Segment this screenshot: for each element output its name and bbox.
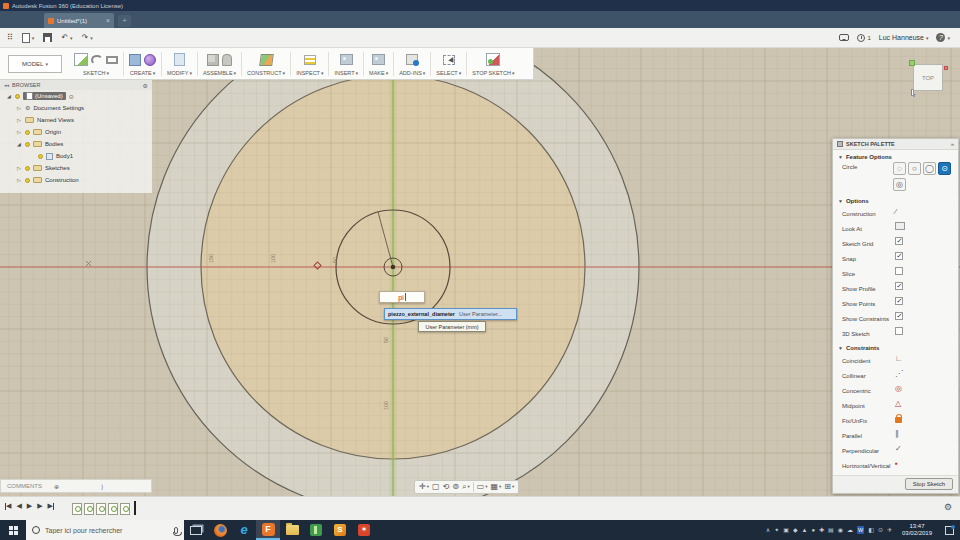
press-pull-icon[interactable] (174, 53, 185, 66)
new-component-icon[interactable] (207, 54, 219, 66)
step-forward-button[interactable]: ▶ (37, 502, 42, 510)
taskbar-app-fusion360-active[interactable]: F (256, 520, 280, 540)
section-expander-icon[interactable]: ▼ (838, 345, 843, 351)
snap-checkbox[interactable] (895, 252, 903, 260)
data-panel-grid-icon[interactable]: ⠿ (7, 33, 13, 43)
constraint-perpendicular[interactable]: Perpendicular✓ (833, 443, 958, 458)
expander-icon[interactable]: ▷ (16, 129, 22, 135)
origin-point[interactable] (391, 265, 396, 270)
construction-plane-icon[interactable] (259, 54, 274, 66)
expand-icon[interactable]: » (951, 141, 954, 147)
comments-icon[interactable] (839, 34, 849, 41)
ribbon-group-stop-sketch[interactable]: STOP SKETCH▾ (467, 49, 519, 79)
look-at-button[interactable]: ⊚ (452, 481, 459, 493)
undo-button[interactable]: ↶▾ (61, 33, 72, 43)
go-to-start-button[interactable]: ◀ (5, 502, 11, 510)
viewports-button[interactable]: ⊞▾ (504, 481, 514, 493)
expander-icon[interactable]: ▷ (16, 117, 22, 123)
orbit-button[interactable]: ⟲ (443, 481, 450, 493)
constraint-collinear[interactable]: Collinear⋰ (833, 368, 958, 383)
show-profile-checkbox[interactable] (895, 282, 903, 290)
visibility-bulb-icon[interactable] (15, 94, 20, 99)
taskbar-search-box[interactable]: Taper ici pour rechercher (26, 520, 184, 540)
comments-bar[interactable]: COMMENTS ⊕ ⟩ (0, 479, 152, 493)
word-tray-icon[interactable]: W (857, 526, 864, 534)
browser-row-named-views[interactable]: ▷ Named Views (0, 114, 152, 126)
taskbar-clock[interactable]: 13:47 03/02/2019 (896, 520, 938, 540)
section-options[interactable]: ▼Options (833, 194, 958, 206)
user-account-menu[interactable]: Luc Hanneuse▾ (879, 34, 929, 41)
constraint-coincident[interactable]: Coincident∟ (833, 353, 958, 368)
constraint-parallel[interactable]: Parallel∥ (833, 428, 958, 443)
parallel-icon[interactable]: ∥ (895, 429, 899, 438)
timeline-feature[interactable] (84, 503, 94, 515)
ribbon-group-assemble[interactable]: ASSEMBLE▾ (198, 49, 241, 79)
view-cube[interactable]: TOP z (908, 60, 948, 96)
browser-root-row[interactable]: ◢ (Unsaved) ⊙ (0, 90, 152, 102)
save-button[interactable] (43, 33, 52, 42)
zoom-button[interactable]: ⌕▾ (462, 481, 470, 493)
concentric-icon[interactable]: ◎ (895, 384, 902, 393)
stop-sketch-button[interactable]: Stop Sketch (905, 478, 953, 490)
ribbon-group-inspect[interactable]: INSPECT▾ (291, 49, 328, 79)
expander-icon[interactable]: ▷ (16, 105, 22, 111)
section-feature-options[interactable]: ▼Feature Options (833, 150, 958, 162)
construction-line-icon[interactable]: ⁄ (895, 207, 896, 216)
tray-icon[interactable]: ✈ (887, 526, 892, 534)
play-button[interactable]: ▶ (27, 502, 32, 510)
taskbar-app-firefox[interactable] (208, 520, 232, 540)
collinear-icon[interactable]: ⋰ (895, 369, 903, 378)
addins-icon[interactable] (406, 54, 418, 65)
option-show-profile[interactable]: Show Profile (833, 281, 958, 296)
tray-icon[interactable]: ◉ (838, 526, 843, 534)
visibility-bulb-icon[interactable] (25, 130, 30, 135)
tray-icon[interactable]: ▲ (802, 526, 808, 534)
grid-settings-button[interactable]: ▦▾ (491, 481, 502, 493)
tray-icon[interactable]: ◧ (868, 526, 874, 534)
center-diameter-circle-icon[interactable]: ◌ (893, 162, 906, 175)
timeline-settings-gear-icon[interactable]: ⚙ (944, 502, 952, 512)
option-construction[interactable]: Construction⁄ (833, 206, 958, 221)
gear-icon[interactable]: ⚙ (143, 82, 148, 89)
joint-icon[interactable] (222, 54, 232, 66)
pan-button[interactable]: ✛▾ (419, 481, 429, 493)
ribbon-group-select[interactable]: SELECT▾ (431, 49, 466, 79)
option-slice[interactable]: Slice (833, 266, 958, 281)
tray-icon[interactable]: ✦ (774, 526, 779, 534)
expander-icon[interactable]: ▷ (16, 177, 22, 183)
tray-icon[interactable]: ◆ (793, 526, 798, 534)
ribbon-group-addins[interactable]: ADD-INS▾ (394, 49, 430, 79)
taskbar-app-explorer[interactable] (280, 520, 304, 540)
view-cube-top-face[interactable]: TOP (913, 64, 943, 91)
taskbar-app-red[interactable]: ✶ (352, 520, 376, 540)
display-settings-button[interactable]: ▭▾ (477, 481, 488, 493)
ribbon-group-modify[interactable]: MODIFY▾ (162, 49, 197, 79)
visibility-bulb-icon[interactable] (25, 178, 30, 183)
display-mode-icon[interactable]: ⊙ (69, 93, 74, 100)
coincident-icon[interactable]: ∟ (895, 354, 903, 363)
expander-icon[interactable]: ◢ (6, 93, 12, 99)
create-sketch-icon[interactable] (74, 53, 88, 66)
timeline-feature[interactable] (120, 503, 130, 515)
tray-icon[interactable]: ⊙ (878, 526, 883, 534)
midpoint-icon[interactable]: △ (895, 399, 901, 408)
root-document[interactable]: (Unsaved) (23, 92, 66, 100)
box-tool-icon[interactable] (129, 54, 141, 66)
task-view-button[interactable] (184, 520, 208, 540)
browser-row-origin[interactable]: ▷ Origin (0, 126, 152, 138)
perpendicular-icon[interactable]: ✓ (895, 444, 902, 453)
go-to-end-button[interactable]: ▶ (48, 502, 54, 510)
visibility-bulb-icon[interactable] (38, 154, 43, 159)
option-sketch-grid[interactable]: Sketch Grid (833, 236, 958, 251)
taskbar-app-edge[interactable]: e (232, 520, 256, 540)
document-tab[interactable]: Untitled*(1) × (44, 13, 114, 28)
sketch-grid-checkbox[interactable] (895, 237, 903, 245)
taskbar-app-green[interactable] (304, 520, 328, 540)
browser-row-body1[interactable]: Body1 (0, 150, 152, 162)
arc-tool-icon[interactable] (91, 55, 103, 65)
browser-row-construction[interactable]: ▷ Construction (0, 174, 152, 186)
redo-button[interactable]: ↷▾ (82, 33, 93, 43)
timeline-marker[interactable] (134, 501, 136, 515)
constraint-midpoint[interactable]: Midpoint△ (833, 398, 958, 413)
timeline-feature[interactable] (96, 503, 106, 515)
